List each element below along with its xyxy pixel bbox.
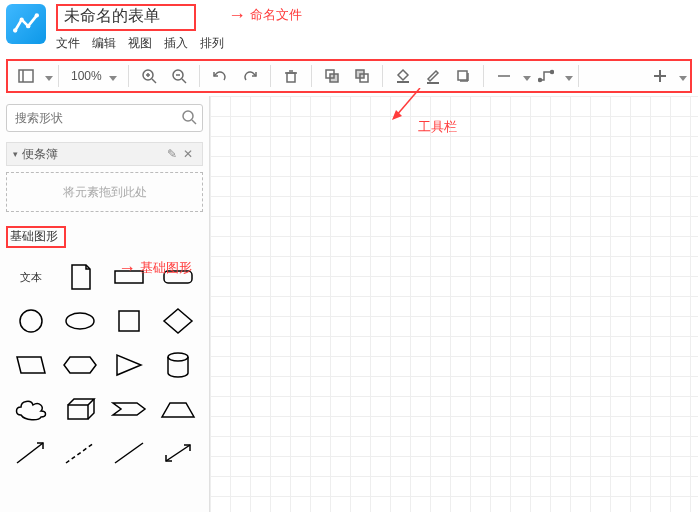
shape-double-arrow[interactable] [156,436,199,470]
shape-ellipse[interactable] [59,304,102,338]
zoom-out-button[interactable] [165,63,193,89]
shape-cylinder[interactable] [156,348,199,382]
shape-step[interactable] [108,392,151,426]
svg-point-3 [35,13,39,17]
shape-cube[interactable] [59,392,102,426]
waypoints-dropdown[interactable] [562,71,572,81]
svg-point-41 [168,353,188,361]
connection-style-button[interactable] [490,63,518,89]
zoom-in-button[interactable] [135,63,163,89]
svg-marker-44 [162,403,194,417]
shape-square[interactable] [108,304,151,338]
sidebar-toggle-dropdown[interactable] [42,71,52,81]
shape-cloud[interactable] [10,392,53,426]
shadow-button[interactable] [449,63,477,89]
svg-line-11 [182,79,186,83]
svg-point-26 [538,79,541,82]
svg-marker-43 [113,403,145,415]
delete-button[interactable] [277,63,305,89]
svg-point-1 [20,18,24,22]
svg-line-48 [166,445,190,461]
canvas[interactable] [210,96,698,512]
svg-point-34 [20,310,42,332]
svg-rect-4 [19,70,33,82]
search-icon[interactable] [181,109,197,128]
svg-line-31 [192,120,196,124]
svg-point-2 [26,24,30,28]
shape-triangle[interactable] [108,348,151,382]
shape-arrow-line[interactable] [10,436,53,470]
shape-text[interactable]: 文本 [10,260,53,294]
shape-diamond[interactable] [156,304,199,338]
line-color-button[interactable] [419,63,447,89]
search-input[interactable] [6,104,203,132]
svg-rect-32 [115,271,143,283]
menu-bar: 文件 编辑 视图 插入 排列 [56,35,224,52]
svg-rect-13 [287,73,295,82]
svg-line-46 [66,443,94,463]
collapse-icon: ▾ [13,149,18,159]
svg-rect-36 [119,311,139,331]
fill-color-button[interactable] [389,63,417,89]
shape-hexagon[interactable] [59,348,102,382]
shape-line[interactable] [108,436,151,470]
svg-rect-22 [458,71,467,80]
scratchpad-header[interactable]: ▾ 便条簿 ✎ ✕ [6,142,203,166]
waypoints-button[interactable] [532,63,560,89]
insert-dropdown[interactable] [676,71,686,81]
svg-marker-37 [164,309,192,333]
shape-parallelogram[interactable] [10,348,53,382]
redo-button[interactable] [236,63,264,89]
basic-shapes-header[interactable]: 基础图形 [6,226,66,248]
svg-rect-17 [330,74,338,82]
svg-marker-39 [64,357,96,373]
shape-page[interactable] [59,260,102,294]
svg-marker-38 [17,357,45,373]
menu-insert[interactable]: 插入 [164,35,188,52]
svg-rect-42 [68,405,88,419]
insert-button[interactable] [646,63,674,89]
svg-point-35 [66,313,94,329]
svg-point-30 [183,111,193,121]
scratchpad-title: 便条簿 [22,146,164,163]
menu-arrange[interactable]: 排列 [200,35,224,52]
close-icon[interactable]: ✕ [180,147,196,161]
svg-line-7 [152,79,156,83]
zoom-dropdown[interactable]: 100% [65,69,122,83]
scratchpad-dropzone[interactable]: 将元素拖到此处 [6,172,203,212]
svg-marker-40 [117,355,141,375]
shape-rect[interactable] [108,260,151,294]
undo-button[interactable] [206,63,234,89]
svg-rect-33 [164,271,192,283]
svg-rect-19 [356,70,364,78]
sidebar: ▾ 便条簿 ✎ ✕ 将元素拖到此处 基础图形 文本 [0,96,210,512]
sidebar-toggle-button[interactable] [12,63,40,89]
shape-trapezoid[interactable] [156,392,199,426]
menu-view[interactable]: 视图 [128,35,152,52]
shape-round-rect[interactable] [156,260,199,294]
edit-icon[interactable]: ✎ [164,147,180,161]
svg-point-0 [13,28,17,32]
menu-file[interactable]: 文件 [56,35,80,52]
to-back-button[interactable] [348,63,376,89]
toolbar: 100% [6,59,692,93]
document-title[interactable]: 未命名的表单 [56,4,196,31]
to-front-button[interactable] [318,63,346,89]
svg-line-45 [17,443,43,463]
app-icon [6,4,46,44]
shape-grid: 文本 [6,256,203,474]
menu-edit[interactable]: 编辑 [92,35,116,52]
svg-line-47 [115,443,143,463]
shape-dashed-line[interactable] [59,436,102,470]
connection-style-dropdown[interactable] [520,71,530,81]
shape-circle[interactable] [10,304,53,338]
svg-point-27 [550,71,553,74]
